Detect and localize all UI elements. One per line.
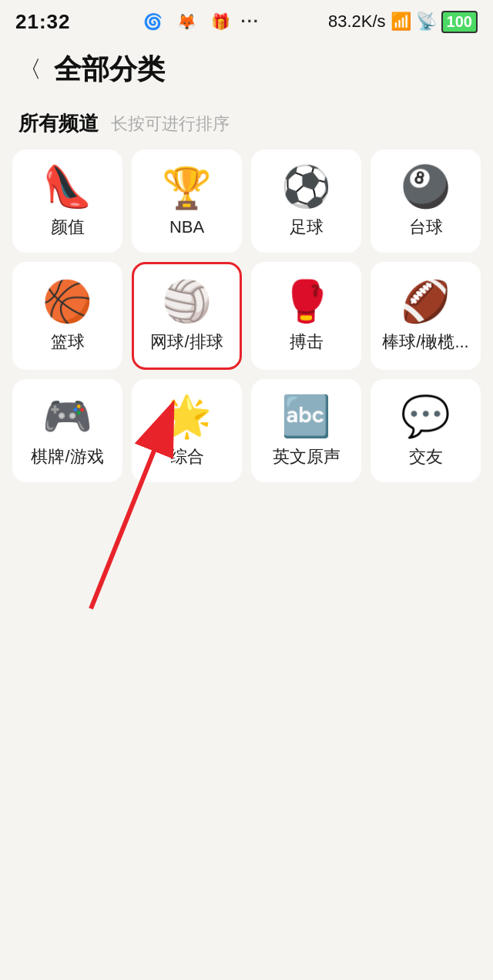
- back-button[interactable]: 〈: [18, 54, 42, 86]
- category-label-wangQiuPaiqiu: 网球/排球: [150, 331, 223, 354]
- category-icon-zuqiu: ⚽: [281, 166, 331, 206]
- category-label-boJi: 搏击: [290, 331, 324, 354]
- category-item-yanzhi[interactable]: 👠颜值: [12, 149, 122, 253]
- category-icon-nba: 🏆: [162, 168, 212, 208]
- category-label-bangQiu: 棒球/橄榄...: [382, 331, 468, 354]
- section-hint: 长按可进行排序: [111, 112, 230, 136]
- category-icon-yingWen: 🔤: [281, 396, 331, 436]
- category-label-zongHe: 综合: [170, 445, 204, 468]
- status-dots: ···: [241, 12, 260, 32]
- category-grid: 👠颜值🏆NBA⚽足球🎱台球🏀篮球🏐网球/排球🥊搏击🏈棒球/橄榄...🎮棋牌/游戏…: [0, 149, 493, 482]
- category-label-yingWen: 英文原声: [273, 445, 340, 468]
- section-header: 所有频道 长按可进行排序: [0, 101, 493, 149]
- status-app-icon-2: 🦊: [173, 8, 201, 35]
- category-icon-boJi: 🥊: [281, 281, 331, 321]
- category-icon-zongHe: 🌟: [162, 396, 212, 436]
- status-right: 83.2K/s 📶 📡 100: [328, 11, 478, 33]
- category-icon-jiaoYou: 💬: [401, 396, 451, 436]
- category-icon-taiQiu: 🎱: [401, 166, 451, 206]
- category-icon-bangQiu: 🏈: [401, 281, 451, 321]
- category-item-qiPaiYouXi[interactable]: 🎮棋牌/游戏: [12, 379, 122, 482]
- section-title: 所有频道: [18, 110, 99, 137]
- category-label-taiQiu: 台球: [409, 216, 443, 239]
- category-label-zuqiu: 足球: [290, 216, 324, 239]
- status-center-icons: 🌀 🦊 🎁 ···: [139, 8, 260, 35]
- category-label-nba: NBA: [169, 217, 204, 237]
- category-icon-lanqiu: 🏀: [42, 281, 92, 321]
- category-label-qiPaiYouXi: 棋牌/游戏: [31, 445, 103, 468]
- status-time: 21:32: [15, 10, 71, 34]
- status-bar: 21:32 🌀 🦊 🎁 ··· 83.2K/s 📶 📡 100: [0, 0, 493, 43]
- page-title: 全部分类: [54, 51, 165, 89]
- network-speed: 83.2K/s: [328, 12, 386, 32]
- category-item-wangQiuPaiqiu[interactable]: 🏐网球/排球: [132, 262, 242, 370]
- status-app-icon-3: 🎁: [207, 8, 235, 35]
- wifi-icon: 📡: [416, 12, 437, 32]
- category-item-zuqiu[interactable]: ⚽足球: [251, 149, 361, 253]
- category-item-lanqiu[interactable]: 🏀篮球: [12, 262, 122, 370]
- category-label-jiaoYou: 交友: [409, 445, 443, 468]
- category-item-bangQiu[interactable]: 🏈棒球/橄榄...: [371, 262, 481, 370]
- category-icon-qiPaiYouXi: 🎮: [42, 396, 92, 436]
- category-item-boJi[interactable]: 🥊搏击: [251, 262, 361, 370]
- category-icon-yanzhi: 👠: [42, 166, 92, 206]
- category-label-yanzhi: 颜值: [51, 216, 85, 239]
- header: 〈 全部分类: [0, 43, 493, 101]
- battery-icon: 100: [441, 11, 478, 33]
- category-item-zongHe[interactable]: 🌟综合: [132, 379, 242, 482]
- battery-label: 100: [441, 11, 478, 33]
- category-item-nba[interactable]: 🏆NBA: [132, 149, 242, 253]
- category-item-jiaoYou[interactable]: 💬交友: [371, 379, 481, 482]
- category-label-lanqiu: 篮球: [51, 331, 85, 354]
- signal-icon: 📶: [391, 12, 411, 32]
- status-app-icon-1: 🌀: [139, 8, 167, 35]
- category-icon-wangQiuPaiqiu: 🏐: [162, 281, 212, 321]
- category-item-taiQiu[interactable]: 🎱台球: [371, 149, 481, 253]
- category-item-yingWen[interactable]: 🔤英文原声: [251, 379, 361, 482]
